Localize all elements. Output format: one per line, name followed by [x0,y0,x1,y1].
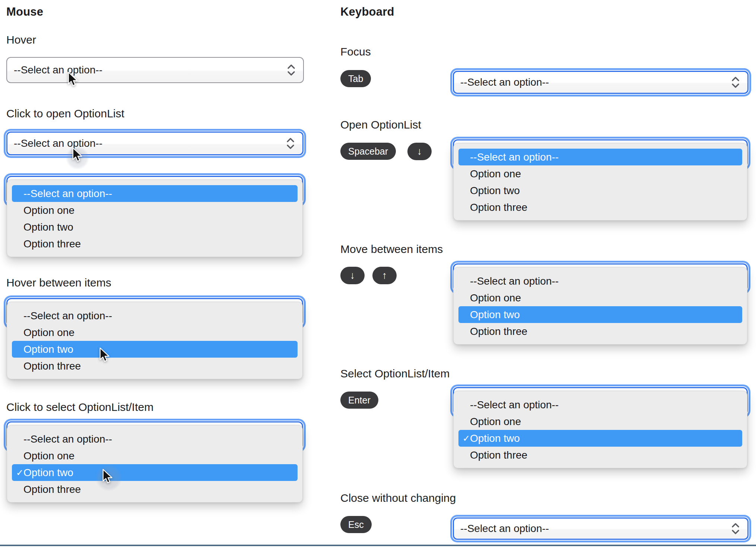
select-focused[interactable]: --Select an option-- [453,71,749,94]
option-item[interactable]: Option three [458,447,742,463]
option-list: --Select an option-- Option one ✓ Option… [7,425,303,503]
option-item[interactable]: Option one [458,289,742,306]
focus-section-label: Focus [340,45,371,58]
option-item[interactable]: --Select an option-- [12,307,298,324]
key-arrow-down: ↓ [340,267,365,284]
optionlist-hover-items: --Select an option-- Option one Option t… [5,298,305,384]
option-item[interactable]: --Select an option-- [458,396,742,413]
select-click-to-open[interactable]: --Select an option-- [6,132,304,155]
chevron-up-down-icon [287,64,296,76]
option-list: --Select an option-- Option one Option t… [453,143,747,221]
option-item-selected[interactable]: --Select an option-- [12,185,298,202]
mouse-column-title: Mouse [6,5,43,19]
select-value: --Select an option-- [14,137,102,149]
mouse-cursor-icon [72,147,84,164]
page: Mouse Hover --Select an option-- Click t… [0,0,756,548]
option-item[interactable]: --Select an option-- [458,273,742,289]
select-item-section-label: Select OptionList/Item [340,367,450,380]
option-item[interactable]: Option three [12,358,298,374]
select-close-without-changing[interactable]: --Select an option-- [453,517,749,540]
check-icon: ✓ [463,433,470,444]
chevron-up-down-icon [286,137,295,150]
option-item-active[interactable]: Option two [458,306,742,323]
option-item[interactable]: Option three [12,235,298,252]
option-item-selected[interactable]: ✓ Option two [12,464,298,481]
select-value: --Select an option-- [460,76,549,88]
key-arrow-up: ↑ [372,267,397,284]
key-enter: Enter [340,392,378,409]
chevron-up-down-icon [731,522,740,535]
option-item[interactable]: --Select an option-- [12,431,298,447]
option-item[interactable]: Option one [12,324,298,341]
option-item-hovered[interactable]: Option two [12,341,298,358]
optionlist-open-keyboard: --Select an option-- Option one Option t… [451,139,749,225]
mouse-cursor-icon [67,72,79,88]
option-list: --Select an option-- Option one Option t… [453,267,747,345]
key-arrow-down: ↓ [407,143,432,160]
hover-items-section-label: Hover between items [6,276,111,289]
bottom-divider [0,545,756,546]
select-value: --Select an option-- [460,523,549,535]
key-tab: Tab [340,70,371,87]
option-item[interactable]: Option three [458,323,742,340]
optionlist-open: --Select an option-- Option one Option t… [5,176,305,262]
click-select-section-label: Click to select OptionList/Item [6,401,153,414]
key-spacebar: Spacebar [340,143,396,160]
option-item[interactable]: Option one [458,413,742,430]
optionlist-click-select: --Select an option-- Option one ✓ Option… [5,421,305,507]
option-list: --Select an option-- Option one ✓ Option… [453,391,747,468]
option-list: --Select an option-- Option one Option t… [7,180,303,257]
option-item[interactable]: Option three [458,199,742,216]
hover-section-label: Hover [6,34,36,46]
option-item[interactable]: Option two [458,182,742,199]
select-hover[interactable]: --Select an option-- [6,57,304,83]
option-item-selected[interactable]: --Select an option-- [458,149,742,165]
option-item[interactable]: Option one [12,447,298,464]
open-optionlist-section-label: Open OptionList [340,118,421,131]
option-list: --Select an option-- Option one Option t… [7,302,303,379]
mouse-cursor-icon [102,469,114,485]
option-item-selected[interactable]: ✓ Option two [458,430,742,447]
close-section-label: Close without changing [340,492,456,504]
move-section-label: Move between items [340,243,443,256]
option-item[interactable]: Option two [12,219,298,235]
key-esc: Esc [340,516,372,533]
select-value: --Select an option-- [14,64,102,76]
optionlist-move: --Select an option-- Option one Option t… [451,263,749,349]
keyboard-column-title: Keyboard [340,5,394,19]
mouse-cursor-icon [99,347,111,364]
click-open-section-label: Click to open OptionList [6,107,124,120]
optionlist-select-item: --Select an option-- Option one ✓ Option… [451,387,749,473]
check-icon: ✓ [16,468,23,478]
option-item[interactable]: Option one [12,202,298,219]
option-item[interactable]: Option one [458,165,742,182]
option-item[interactable]: Option three [12,481,298,498]
chevron-up-down-icon [731,76,740,89]
